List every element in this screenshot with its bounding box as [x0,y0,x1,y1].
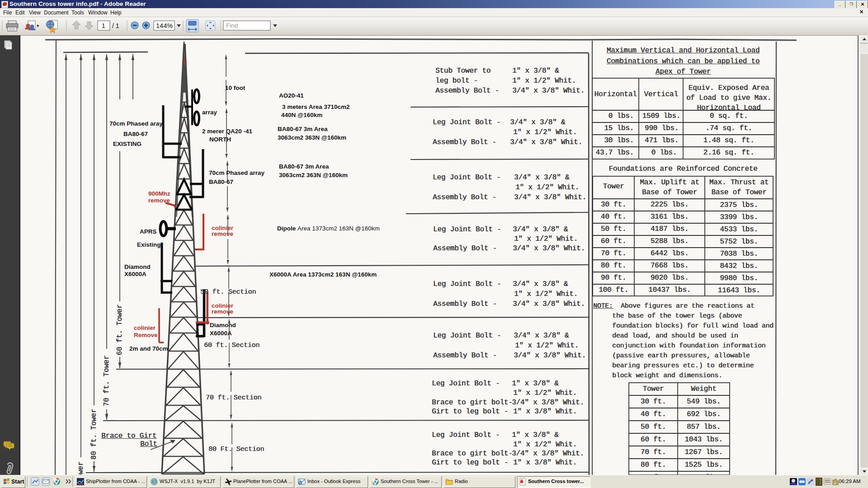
svg-text:1: 1 [102,22,105,29]
svg-text:144%: 144% [156,22,173,29]
svg-text:/ 1: / 1 [112,22,119,29]
svg-text:Find: Find [226,22,238,29]
